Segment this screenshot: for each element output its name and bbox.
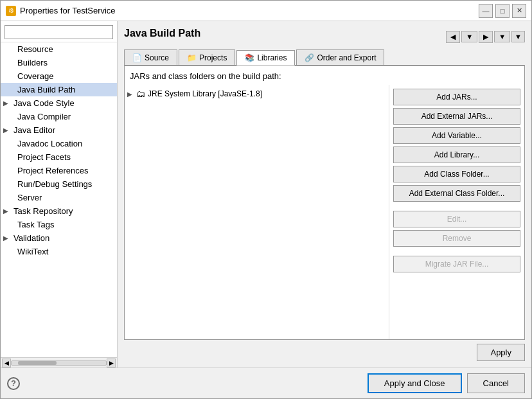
build-path-body: ▶ 🗂 JRE System Library [JavaSE-1.8] Add … xyxy=(125,85,524,339)
sidebar-item-java-compiler[interactable]: Java Compiler xyxy=(1,110,117,123)
add-library-button[interactable]: Add Library... xyxy=(393,146,520,163)
sidebar-item-validation[interactable]: ▶ Validation xyxy=(1,231,117,245)
sidebar-item-project-references[interactable]: Project References xyxy=(1,164,117,177)
tree-expand-icon: ▶ xyxy=(127,91,136,98)
tab-libraries-label: Libraries xyxy=(257,53,287,62)
window-title: Properties for TestService xyxy=(20,6,116,15)
add-external-jars-button[interactable]: Add External JARs... xyxy=(393,108,520,125)
sidebar-search-container xyxy=(1,21,117,42)
expand-arrow-icon: ▶ xyxy=(3,208,11,215)
nav-menu-dropdown[interactable]: ▼ xyxy=(511,31,525,42)
button-separator-2 xyxy=(393,249,520,253)
maximize-button[interactable]: □ xyxy=(495,4,510,18)
sidebar-item-java-editor[interactable]: ▶ Java Editor xyxy=(1,123,117,137)
migrate-jar-button[interactable]: Migrate JAR File... xyxy=(393,256,520,272)
expand-arrow-icon: ▶ xyxy=(3,235,11,242)
right-panel: Java Build Path ◀ ▼ ▶ ▼ ▼ 📄 Source 📁 Pro… xyxy=(118,21,531,368)
window-icon: ⚙ xyxy=(6,6,16,16)
jre-library-label: JRE System Library [JavaSE-1.8] xyxy=(148,89,262,98)
projects-tab-icon: 📁 xyxy=(187,53,197,62)
action-buttons-panel: Add JARs... Add External JARs... Add Var… xyxy=(389,85,524,339)
libraries-tab-icon: 📚 xyxy=(245,53,254,62)
expand-arrow-icon: ▶ xyxy=(3,127,11,134)
scroll-left-arrow[interactable]: ◀ xyxy=(2,359,11,368)
sidebar-item-builders[interactable]: Builders xyxy=(1,56,117,69)
main-window: ⚙ Properties for TestService — □ ✕ Resou… xyxy=(0,0,532,399)
build-path-content: JARs and class folders on the build path… xyxy=(124,66,525,340)
sidebar-item-wikitext[interactable]: WikiText xyxy=(1,245,117,258)
sidebar-item-project-facets[interactable]: Project Facets xyxy=(1,150,117,164)
jre-icon: 🗂 xyxy=(136,89,145,99)
main-content: Resource Builders Coverage Java Build Pa… xyxy=(1,21,531,368)
order-tab-icon: 🔗 xyxy=(305,53,314,62)
build-path-header-label: JARs and class folders on the build path… xyxy=(125,66,524,85)
tab-bar: 📄 Source 📁 Projects 📚 Libraries 🔗 Order … xyxy=(124,49,525,66)
sidebar-item-run-debug-settings[interactable]: Run/Debug Settings xyxy=(1,177,117,191)
button-separator xyxy=(393,204,520,208)
scroll-right-arrow[interactable]: ▶ xyxy=(107,359,116,368)
library-tree[interactable]: ▶ 🗂 JRE System Library [JavaSE-1.8] xyxy=(125,85,389,339)
panel-nav-arrows: ◀ ▼ ▶ ▼ ▼ xyxy=(446,31,525,43)
tab-libraries[interactable]: 📚 Libraries xyxy=(236,50,295,66)
nav-back-button[interactable]: ◀ xyxy=(446,31,460,43)
nav-dropdown-forward[interactable]: ▼ xyxy=(494,31,510,42)
panel-title: Java Build Path xyxy=(124,28,200,39)
sidebar-item-java-code-style[interactable]: ▶ Java Code Style xyxy=(1,96,117,110)
minimize-button[interactable]: — xyxy=(479,4,493,18)
scroll-thumb xyxy=(18,361,57,365)
edit-button[interactable]: Edit... xyxy=(393,211,520,227)
remove-button[interactable]: Remove xyxy=(393,230,520,247)
sidebar: Resource Builders Coverage Java Build Pa… xyxy=(1,21,118,368)
title-bar-left: ⚙ Properties for TestService xyxy=(6,6,116,16)
sidebar-scrollbar[interactable]: ◀ ▶ xyxy=(1,357,117,368)
panel-nav-row: Java Build Path ◀ ▼ ▶ ▼ ▼ xyxy=(124,28,525,46)
dialog-footer: ? Apply and Close Cancel xyxy=(1,368,531,398)
sidebar-list: Resource Builders Coverage Java Build Pa… xyxy=(1,42,117,357)
close-button[interactable]: ✕ xyxy=(512,4,526,18)
add-jars-button[interactable]: Add JARs... xyxy=(393,89,520,105)
expand-arrow-icon: ▶ xyxy=(3,100,11,107)
tree-item-jre[interactable]: ▶ 🗂 JRE System Library [JavaSE-1.8] xyxy=(125,87,389,100)
nav-forward-button[interactable]: ▶ xyxy=(479,31,493,43)
apply-row: Apply xyxy=(124,340,525,361)
add-external-class-folder-button[interactable]: Add External Class Folder... xyxy=(393,185,520,202)
tab-source[interactable]: 📄 Source xyxy=(124,49,177,65)
tab-order-label: Order and Export xyxy=(317,53,376,62)
sidebar-item-resource[interactable]: Resource xyxy=(1,42,117,56)
tab-projects-label: Projects xyxy=(199,53,227,62)
add-class-folder-button[interactable]: Add Class Folder... xyxy=(393,166,520,182)
help-button[interactable]: ? xyxy=(7,377,20,390)
apply-close-button[interactable]: Apply and Close xyxy=(368,373,462,393)
apply-button[interactable]: Apply xyxy=(477,344,525,361)
nav-dropdown-back[interactable]: ▼ xyxy=(461,31,477,42)
add-variable-button[interactable]: Add Variable... xyxy=(393,127,520,144)
sidebar-item-coverage[interactable]: Coverage xyxy=(1,69,117,83)
sidebar-item-java-build-path[interactable]: Java Build Path xyxy=(1,83,117,96)
title-bar: ⚙ Properties for TestService — □ ✕ xyxy=(1,1,531,21)
sidebar-search-input[interactable] xyxy=(4,25,113,39)
dialog-buttons: Apply and Close Cancel xyxy=(368,373,525,393)
source-tab-icon: 📄 xyxy=(132,53,142,62)
sidebar-item-task-tags[interactable]: Task Tags xyxy=(1,218,117,231)
tab-projects[interactable]: 📁 Projects xyxy=(179,49,235,65)
cancel-button[interactable]: Cancel xyxy=(467,373,525,393)
sidebar-item-task-repository[interactable]: ▶ Task Repository xyxy=(1,204,117,218)
sidebar-item-server[interactable]: Server xyxy=(1,191,117,204)
tab-source-label: Source xyxy=(145,53,169,62)
title-controls: — □ ✕ xyxy=(479,4,526,18)
sidebar-item-javadoc-location[interactable]: Javadoc Location xyxy=(1,137,117,150)
tab-order-export[interactable]: 🔗 Order and Export xyxy=(296,49,384,65)
scroll-track[interactable] xyxy=(11,360,107,366)
